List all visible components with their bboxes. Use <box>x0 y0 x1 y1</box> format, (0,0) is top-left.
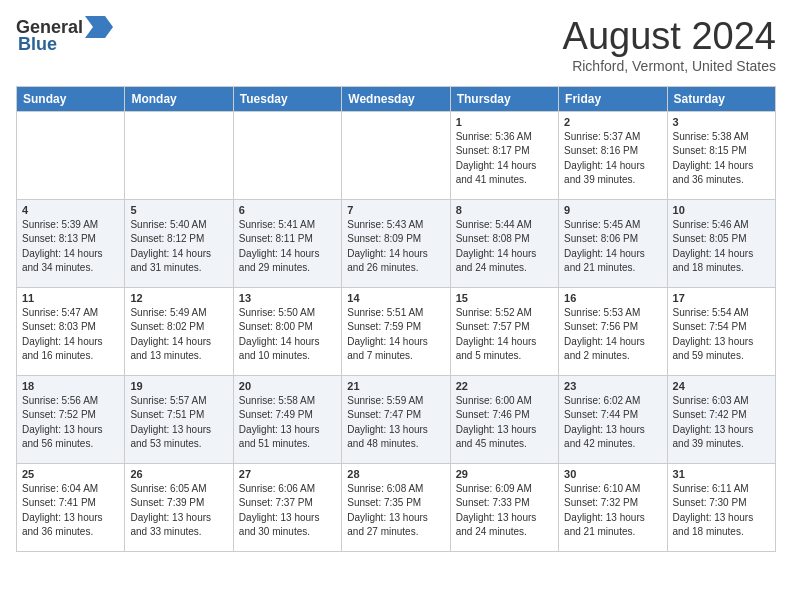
calendar-cell: 17Sunrise: 5:54 AM Sunset: 7:54 PM Dayli… <box>667 287 775 375</box>
calendar-cell: 18Sunrise: 5:56 AM Sunset: 7:52 PM Dayli… <box>17 375 125 463</box>
calendar-cell: 3Sunrise: 5:38 AM Sunset: 8:15 PM Daylig… <box>667 111 775 199</box>
calendar-cell: 11Sunrise: 5:47 AM Sunset: 8:03 PM Dayli… <box>17 287 125 375</box>
calendar-cell: 24Sunrise: 6:03 AM Sunset: 7:42 PM Dayli… <box>667 375 775 463</box>
day-info: Sunrise: 5:50 AM Sunset: 8:00 PM Dayligh… <box>239 306 336 364</box>
day-number: 30 <box>564 468 661 480</box>
day-number: 4 <box>22 204 119 216</box>
day-info: Sunrise: 5:54 AM Sunset: 7:54 PM Dayligh… <box>673 306 770 364</box>
day-info: Sunrise: 5:39 AM Sunset: 8:13 PM Dayligh… <box>22 218 119 276</box>
day-number: 15 <box>456 292 553 304</box>
calendar-cell: 23Sunrise: 6:02 AM Sunset: 7:44 PM Dayli… <box>559 375 667 463</box>
day-info: Sunrise: 5:58 AM Sunset: 7:49 PM Dayligh… <box>239 394 336 452</box>
day-info: Sunrise: 6:06 AM Sunset: 7:37 PM Dayligh… <box>239 482 336 540</box>
calendar-body: 1Sunrise: 5:36 AM Sunset: 8:17 PM Daylig… <box>17 111 776 551</box>
day-info: Sunrise: 5:57 AM Sunset: 7:51 PM Dayligh… <box>130 394 227 452</box>
day-number: 21 <box>347 380 444 392</box>
calendar-cell: 14Sunrise: 5:51 AM Sunset: 7:59 PM Dayli… <box>342 287 450 375</box>
day-info: Sunrise: 6:04 AM Sunset: 7:41 PM Dayligh… <box>22 482 119 540</box>
calendar-week-3: 11Sunrise: 5:47 AM Sunset: 8:03 PM Dayli… <box>17 287 776 375</box>
calendar-cell: 16Sunrise: 5:53 AM Sunset: 7:56 PM Dayli… <box>559 287 667 375</box>
day-info: Sunrise: 6:05 AM Sunset: 7:39 PM Dayligh… <box>130 482 227 540</box>
calendar-cell: 29Sunrise: 6:09 AM Sunset: 7:33 PM Dayli… <box>450 463 558 551</box>
day-number: 12 <box>130 292 227 304</box>
calendar-week-4: 18Sunrise: 5:56 AM Sunset: 7:52 PM Dayli… <box>17 375 776 463</box>
day-info: Sunrise: 5:59 AM Sunset: 7:47 PM Dayligh… <box>347 394 444 452</box>
header-row: SundayMondayTuesdayWednesdayThursdayFrid… <box>17 86 776 111</box>
day-number: 28 <box>347 468 444 480</box>
day-number: 25 <box>22 468 119 480</box>
day-number: 26 <box>130 468 227 480</box>
day-number: 23 <box>564 380 661 392</box>
day-number: 9 <box>564 204 661 216</box>
calendar-cell: 6Sunrise: 5:41 AM Sunset: 8:11 PM Daylig… <box>233 199 341 287</box>
day-number: 19 <box>130 380 227 392</box>
day-info: Sunrise: 5:41 AM Sunset: 8:11 PM Dayligh… <box>239 218 336 276</box>
day-number: 3 <box>673 116 770 128</box>
day-info: Sunrise: 6:00 AM Sunset: 7:46 PM Dayligh… <box>456 394 553 452</box>
day-number: 27 <box>239 468 336 480</box>
calendar-cell: 5Sunrise: 5:40 AM Sunset: 8:12 PM Daylig… <box>125 199 233 287</box>
day-number: 17 <box>673 292 770 304</box>
day-info: Sunrise: 5:47 AM Sunset: 8:03 PM Dayligh… <box>22 306 119 364</box>
day-info: Sunrise: 5:49 AM Sunset: 8:02 PM Dayligh… <box>130 306 227 364</box>
day-number: 11 <box>22 292 119 304</box>
day-number: 8 <box>456 204 553 216</box>
calendar-cell: 31Sunrise: 6:11 AM Sunset: 7:30 PM Dayli… <box>667 463 775 551</box>
day-info: Sunrise: 6:09 AM Sunset: 7:33 PM Dayligh… <box>456 482 553 540</box>
calendar-cell: 4Sunrise: 5:39 AM Sunset: 8:13 PM Daylig… <box>17 199 125 287</box>
calendar-cell: 10Sunrise: 5:46 AM Sunset: 8:05 PM Dayli… <box>667 199 775 287</box>
calendar-cell: 20Sunrise: 5:58 AM Sunset: 7:49 PM Dayli… <box>233 375 341 463</box>
calendar-cell: 19Sunrise: 5:57 AM Sunset: 7:51 PM Dayli… <box>125 375 233 463</box>
calendar-cell <box>17 111 125 199</box>
calendar-cell: 7Sunrise: 5:43 AM Sunset: 8:09 PM Daylig… <box>342 199 450 287</box>
day-info: Sunrise: 5:44 AM Sunset: 8:08 PM Dayligh… <box>456 218 553 276</box>
calendar-cell: 26Sunrise: 6:05 AM Sunset: 7:39 PM Dayli… <box>125 463 233 551</box>
column-header-thursday: Thursday <box>450 86 558 111</box>
calendar-cell: 27Sunrise: 6:06 AM Sunset: 7:37 PM Dayli… <box>233 463 341 551</box>
calendar-cell <box>125 111 233 199</box>
day-number: 13 <box>239 292 336 304</box>
calendar-table: SundayMondayTuesdayWednesdayThursdayFrid… <box>16 86 776 552</box>
calendar-week-2: 4Sunrise: 5:39 AM Sunset: 8:13 PM Daylig… <box>17 199 776 287</box>
day-info: Sunrise: 5:51 AM Sunset: 7:59 PM Dayligh… <box>347 306 444 364</box>
day-info: Sunrise: 6:03 AM Sunset: 7:42 PM Dayligh… <box>673 394 770 452</box>
logo-blue-text: Blue <box>18 34 57 55</box>
calendar-cell: 9Sunrise: 5:45 AM Sunset: 8:06 PM Daylig… <box>559 199 667 287</box>
calendar-week-1: 1Sunrise: 5:36 AM Sunset: 8:17 PM Daylig… <box>17 111 776 199</box>
column-header-sunday: Sunday <box>17 86 125 111</box>
column-header-monday: Monday <box>125 86 233 111</box>
calendar-cell: 8Sunrise: 5:44 AM Sunset: 8:08 PM Daylig… <box>450 199 558 287</box>
day-number: 31 <box>673 468 770 480</box>
calendar-cell: 2Sunrise: 5:37 AM Sunset: 8:16 PM Daylig… <box>559 111 667 199</box>
day-info: Sunrise: 5:38 AM Sunset: 8:15 PM Dayligh… <box>673 130 770 188</box>
day-info: Sunrise: 5:56 AM Sunset: 7:52 PM Dayligh… <box>22 394 119 452</box>
day-info: Sunrise: 5:53 AM Sunset: 7:56 PM Dayligh… <box>564 306 661 364</box>
column-header-saturday: Saturday <box>667 86 775 111</box>
day-info: Sunrise: 6:11 AM Sunset: 7:30 PM Dayligh… <box>673 482 770 540</box>
day-number: 16 <box>564 292 661 304</box>
day-number: 7 <box>347 204 444 216</box>
day-number: 24 <box>673 380 770 392</box>
page-header: General Blue August 2024 Richford, Vermo… <box>16 16 776 74</box>
logo: General Blue <box>16 16 113 55</box>
day-info: Sunrise: 5:43 AM Sunset: 8:09 PM Dayligh… <box>347 218 444 276</box>
day-number: 18 <box>22 380 119 392</box>
calendar-cell: 15Sunrise: 5:52 AM Sunset: 7:57 PM Dayli… <box>450 287 558 375</box>
day-number: 2 <box>564 116 661 128</box>
day-info: Sunrise: 6:10 AM Sunset: 7:32 PM Dayligh… <box>564 482 661 540</box>
location-text: Richford, Vermont, United States <box>563 58 776 74</box>
calendar-cell: 25Sunrise: 6:04 AM Sunset: 7:41 PM Dayli… <box>17 463 125 551</box>
calendar-cell: 13Sunrise: 5:50 AM Sunset: 8:00 PM Dayli… <box>233 287 341 375</box>
calendar-cell: 1Sunrise: 5:36 AM Sunset: 8:17 PM Daylig… <box>450 111 558 199</box>
day-info: Sunrise: 6:02 AM Sunset: 7:44 PM Dayligh… <box>564 394 661 452</box>
calendar-cell: 12Sunrise: 5:49 AM Sunset: 8:02 PM Dayli… <box>125 287 233 375</box>
day-number: 14 <box>347 292 444 304</box>
svg-marker-0 <box>85 16 113 38</box>
month-title: August 2024 <box>563 16 776 58</box>
day-info: Sunrise: 6:08 AM Sunset: 7:35 PM Dayligh… <box>347 482 444 540</box>
day-number: 29 <box>456 468 553 480</box>
calendar-week-5: 25Sunrise: 6:04 AM Sunset: 7:41 PM Dayli… <box>17 463 776 551</box>
day-number: 5 <box>130 204 227 216</box>
calendar-cell: 21Sunrise: 5:59 AM Sunset: 7:47 PM Dayli… <box>342 375 450 463</box>
day-info: Sunrise: 5:40 AM Sunset: 8:12 PM Dayligh… <box>130 218 227 276</box>
